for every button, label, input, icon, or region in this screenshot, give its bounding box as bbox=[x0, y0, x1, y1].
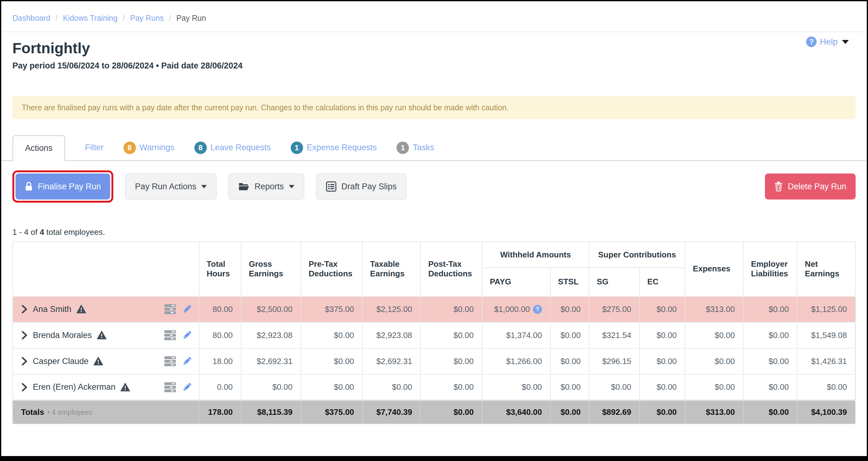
employee-name: Brenda Morales bbox=[33, 330, 92, 340]
employee-name-cell: Casper Claude bbox=[13, 348, 199, 374]
banner-text: There are finalised pay runs with a pay … bbox=[22, 103, 508, 112]
notes-icon[interactable] bbox=[164, 382, 177, 393]
tab-leave-requests[interactable]: 8Leave Requests bbox=[194, 135, 271, 160]
employee-name-cell: Eren (Eren) Ackerman bbox=[13, 374, 199, 400]
help-menu[interactable]: ? Help bbox=[806, 36, 849, 47]
summary-count: 4 bbox=[40, 227, 44, 237]
cell-value: $1,000.00 bbox=[494, 305, 530, 314]
cell-net-earnings: $0.00 bbox=[797, 374, 855, 400]
annotation-highlight-ring: Finalise Pay Run bbox=[12, 170, 113, 203]
lock-icon bbox=[25, 181, 33, 192]
total-gross-earnings: $8,115.39 bbox=[241, 400, 301, 424]
total-employer-liabilities: $0.00 bbox=[743, 400, 797, 424]
breadcrumb-link-dashboard[interactable]: Dashboard bbox=[12, 13, 50, 22]
tab-label: Warnings bbox=[140, 143, 175, 152]
cell-sg: $296.15 bbox=[589, 348, 640, 374]
tab-filter[interactable]: Filter bbox=[85, 135, 104, 160]
cell-gross-earnings: $2,692.31 bbox=[241, 348, 301, 374]
employee-name: Casper Claude bbox=[33, 356, 89, 366]
tab-warnings[interactable]: 8Warnings bbox=[124, 135, 175, 160]
cell-expenses: $0.00 bbox=[685, 374, 743, 400]
expand-chevron-icon[interactable] bbox=[21, 383, 28, 392]
pay-run-table: Total HoursGross EarningsPre-Tax Deducti… bbox=[12, 241, 856, 424]
employee-name: Ana Smith bbox=[33, 305, 71, 314]
breadcrumb-link-business[interactable]: Kidows Training bbox=[63, 13, 117, 22]
total-post-tax-deductions: $0.00 bbox=[421, 400, 482, 424]
tab-expense-requests[interactable]: 1Expense Requests bbox=[291, 135, 377, 160]
totals-employee-count: • 4 employees bbox=[48, 408, 92, 416]
totals-label: Totals bbox=[21, 407, 44, 417]
tab-label: Filter bbox=[85, 143, 104, 152]
column-header-expenses: Expenses bbox=[685, 242, 743, 296]
cell-pre-tax-deductions: $0.00 bbox=[301, 374, 363, 400]
warning-icon[interactable] bbox=[120, 383, 130, 392]
total-ec: $0.00 bbox=[640, 400, 685, 424]
cell-net-earnings: $1,426.31 bbox=[797, 348, 855, 374]
finalise-pay-run-button[interactable]: Finalise Pay Run bbox=[16, 173, 110, 200]
cell-expenses: $313.00 bbox=[685, 296, 743, 322]
cell-sg: $0.00 bbox=[589, 374, 640, 400]
pay-run-actions-button[interactable]: Pay Run Actions bbox=[125, 173, 217, 200]
chevron-down-icon bbox=[201, 185, 207, 189]
cell-post-tax-deductions: $0.00 bbox=[421, 322, 482, 348]
notes-icon[interactable] bbox=[164, 304, 177, 314]
cell-pre-tax-deductions: $0.00 bbox=[301, 348, 363, 374]
cell-total-hours: 18.00 bbox=[199, 348, 241, 374]
column-header-gross-earnings: Gross Earnings bbox=[241, 242, 301, 296]
cell-gross-earnings: $2,923.08 bbox=[241, 322, 301, 348]
total-stsl: $0.00 bbox=[550, 400, 589, 424]
warning-icon[interactable] bbox=[93, 357, 103, 366]
draft-pay-slips-button[interactable]: Draft Pay Slips bbox=[316, 173, 407, 200]
edit-pencil-icon[interactable] bbox=[181, 382, 192, 393]
warning-icon[interactable] bbox=[76, 305, 86, 314]
cell-total-hours: 0.00 bbox=[199, 374, 241, 400]
toolbar: Finalise Pay Run Pay Run Actions Reports… bbox=[0, 170, 868, 203]
pay-run-actions-label: Pay Run Actions bbox=[135, 182, 196, 192]
warning-icon[interactable] bbox=[97, 331, 106, 340]
help-icon[interactable]: ? bbox=[533, 305, 542, 314]
cell-ec: $0.00 bbox=[640, 348, 685, 374]
expand-chevron-icon[interactable] bbox=[21, 305, 28, 314]
tab-actions[interactable]: Actions bbox=[12, 135, 65, 161]
notes-icon[interactable] bbox=[164, 330, 177, 341]
pay-period-subtitle: Pay period 15/06/2024 to 28/06/2024 • Pa… bbox=[12, 61, 856, 70]
cell-pre-tax-deductions: $375.00 bbox=[301, 296, 363, 322]
cell-employer-liabilities: $0.00 bbox=[743, 374, 797, 400]
edit-pencil-icon[interactable] bbox=[181, 304, 192, 315]
cell-stsl: $0.00 bbox=[550, 296, 589, 322]
tab-tasks[interactable]: 1Tasks bbox=[397, 135, 434, 160]
reports-button[interactable]: Reports bbox=[228, 173, 304, 200]
delete-pay-run-label: Delete Pay Run bbox=[788, 182, 846, 192]
notes-icon[interactable] bbox=[164, 356, 177, 367]
help-label: Help bbox=[820, 37, 838, 47]
breadcrumb-separator: / bbox=[169, 13, 171, 22]
total-net-earnings: $4,100.39 bbox=[797, 400, 855, 424]
expand-chevron-icon[interactable] bbox=[21, 357, 28, 366]
chevron-down-icon bbox=[289, 185, 294, 189]
employee-row: Eren (Eren) Ackerman0.00$0.00$0.00$0.00$… bbox=[13, 374, 855, 400]
cell-post-tax-deductions: $0.00 bbox=[421, 348, 482, 374]
group-header-super-contributions: Super Contributions bbox=[589, 242, 685, 268]
tab-badge: 1 bbox=[397, 142, 409, 154]
cell-net-earnings: $1,549.08 bbox=[797, 322, 855, 348]
total-total-hours: 178.00 bbox=[199, 400, 241, 424]
cell-gross-earnings: $0.00 bbox=[241, 374, 301, 400]
column-header-employee bbox=[13, 242, 199, 296]
edit-pencil-icon[interactable] bbox=[181, 329, 192, 341]
cell-net-earnings: $1,125.00 bbox=[797, 296, 855, 322]
column-header-sg: SG bbox=[589, 268, 640, 296]
cell-post-tax-deductions: $0.00 bbox=[421, 296, 482, 322]
employee-name-cell: Ana Smith bbox=[13, 296, 199, 322]
delete-pay-run-button[interactable]: Delete Pay Run bbox=[765, 173, 856, 200]
column-header-total-hours: Total Hours bbox=[199, 242, 241, 296]
totals-row: Totals• 4 employees178.00$8,115.39$375.0… bbox=[13, 400, 855, 424]
cell-total-hours: 80.00 bbox=[199, 296, 241, 322]
cell-stsl: $0.00 bbox=[550, 348, 589, 374]
edit-pencil-icon[interactable] bbox=[181, 356, 192, 367]
breadcrumb-link-pay-runs[interactable]: Pay Runs bbox=[130, 13, 164, 22]
column-header-payg: PAYG bbox=[482, 268, 550, 296]
expand-chevron-icon[interactable] bbox=[21, 331, 28, 340]
column-header-taxable-earnings: Taxable Earnings bbox=[363, 242, 421, 296]
cell-taxable-earnings: $0.00 bbox=[363, 374, 421, 400]
column-header-net-earnings: Net Earnings bbox=[797, 242, 855, 296]
